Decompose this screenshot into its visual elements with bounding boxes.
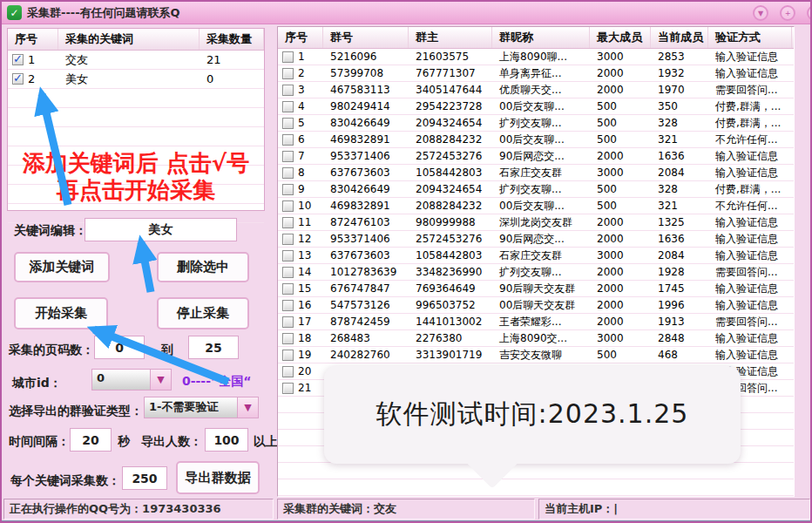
titlebar[interactable]: ✓ 采集群----有任何问题请联系Q ▼ ＋ ● (2, 2, 810, 24)
app-window: ✓ 采集群----有任何问题请联系Q ▼ ＋ ● 序号采集的关键词采集数量 1交… (0, 0, 812, 523)
group-row[interactable]: 192402827603313901719吉安交友微聊500468输入验证信息 (278, 347, 794, 363)
row-checkbox[interactable] (282, 85, 294, 96)
group-owner-cell: 2088284232 (409, 200, 492, 212)
group-owner-cell: 980999988 (409, 216, 492, 228)
current-members-cell: 321 (651, 200, 708, 212)
group-row[interactable]: 98304266492094324654扩列交友聊...500328付费,群满，… (278, 181, 794, 198)
row-checkbox[interactable] (282, 151, 294, 162)
group-row[interactable]: 12953371406257245327690后网恋交...20001636输入… (278, 231, 794, 248)
verify-type-label: 选择导出的群验证类型： (9, 404, 143, 419)
add-keyword-button[interactable]: 添加关键词 (14, 252, 110, 282)
row-checkbox[interactable] (282, 366, 294, 377)
row-checkbox[interactable] (282, 134, 294, 146)
group-row[interactable]: 7953371406257245327690后网恋交...20001636输入验… (278, 148, 794, 165)
verify-method-cell: 需要回答问... (708, 265, 792, 280)
export-people-input[interactable] (205, 428, 248, 452)
group-id-cell: 1012783639 (323, 266, 409, 278)
verify-method-cell: 输入验证信息 (708, 66, 792, 81)
row-checkbox[interactable] (282, 68, 294, 79)
max-members-cell: 500 (590, 100, 651, 112)
verify-method-cell: 输入验证信息 (708, 282, 792, 296)
keyword-header-cell: 序号 (8, 29, 58, 50)
max-members-cell: 2000 (590, 216, 651, 228)
start-collect-button[interactable]: 开始采集 (14, 297, 108, 329)
verify-type-combobox[interactable]: 1-不需要验证 ▼ (144, 397, 259, 418)
close-icon[interactable]: ● (807, 5, 812, 21)
menu-down-icon[interactable]: ▼ (753, 5, 768, 21)
row-checkbox[interactable] (282, 234, 294, 245)
row-checkbox[interactable] (282, 267, 294, 278)
group-row[interactable]: 58304266492094324654扩列交友聊...500328付费,群满，… (278, 115, 794, 132)
minimize-icon[interactable]: ＋ (780, 5, 795, 21)
group-row[interactable]: 86376736031058442803石家庄交友群30002084输入验证信息 (278, 165, 794, 181)
keyword-edit-input[interactable] (85, 218, 237, 241)
group-row-num-cell: 4 (278, 100, 323, 112)
arrow-to-keyword-input (141, 242, 151, 292)
group-row[interactable]: 136376736031058442803石家庄交友群30002084输入验证信… (278, 248, 794, 264)
stop-collect-button[interactable]: 停止采集 (157, 297, 249, 329)
verify-method-cell: 付费,群满，... (708, 116, 792, 131)
row-checkbox[interactable] (282, 51, 294, 63)
keyword-row[interactable]: 2美女0 (8, 70, 264, 89)
group-row[interactable]: 1567674784776936464990后聊天交友群20001745输入验证… (278, 281, 794, 297)
row-checkbox[interactable] (282, 167, 294, 179)
group-row-num-cell: 5 (278, 117, 323, 129)
group-row[interactable]: 178787424591441013002王者荣耀彩...20001913需要回… (278, 314, 794, 330)
group-row[interactable]: 11872476103980999988深圳龙岗交友群20001325输入验证信… (278, 214, 794, 231)
export-people-label: 导出人数： (141, 434, 202, 450)
chevron-down-icon[interactable]: ▼ (237, 397, 258, 418)
page-to-input[interactable] (188, 336, 239, 359)
group-row[interactable]: 4980249414295422372800后交友聊...500350付费,群满… (278, 98, 794, 115)
group-row[interactable]: 1654757312699650375200后聊天交友群20001996输入验证… (278, 297, 794, 314)
row-checkbox[interactable] (282, 200, 294, 212)
test-date-text: 软件测试时间:2023.1.25 (324, 366, 741, 462)
group-row-num-cell: 20 (278, 365, 323, 377)
max-members-cell: 3000 (590, 51, 651, 63)
row-checkbox[interactable] (282, 350, 294, 361)
row-checkbox[interactable] (12, 54, 24, 65)
row-checkbox[interactable] (282, 184, 294, 195)
export-groups-button[interactable]: 导出群数据 (176, 461, 260, 494)
keyword-cell: 交友 (58, 52, 200, 68)
row-checkbox[interactable] (12, 73, 24, 85)
page-from-input[interactable] (94, 336, 145, 359)
chevron-down-icon[interactable]: ▼ (150, 370, 171, 390)
row-checkbox[interactable] (282, 250, 294, 262)
group-id-cell: 240282760 (323, 349, 409, 361)
group-row[interactable]: 182684832276380上海8090交...30002848输入验证信息 (278, 330, 794, 347)
row-checkbox[interactable] (282, 383, 294, 394)
group-row[interactable]: 257399708767771307单身离异征...20001932输入验证信息 (278, 65, 794, 82)
current-members-cell: 328 (651, 183, 708, 195)
keyword-header-cell: 采集数量 (200, 29, 264, 50)
interval-input[interactable] (70, 428, 112, 452)
max-members-cell: 2000 (590, 299, 651, 311)
group-row[interactable]: 34675831133405147644优质聊天交...20001970需要回答… (278, 82, 794, 98)
group-owner-cell: 2572453276 (409, 233, 492, 245)
verify-method-cell: 输入验证信息 (708, 331, 792, 346)
row-checkbox[interactable] (282, 283, 294, 295)
status-host-ip: 当前主机IP：| (538, 499, 810, 520)
group-owner-cell: 2572453276 (409, 150, 492, 162)
group-row-num-cell: 3 (278, 84, 323, 96)
row-checkbox[interactable] (282, 300, 294, 311)
group-row[interactable]: 10469832891208828423200后交友聊...500321不允许任… (278, 198, 794, 214)
row-checkbox[interactable] (282, 101, 294, 112)
group-id-cell: 268483 (323, 332, 409, 344)
city-id-combobox[interactable]: 0 ▼ (91, 369, 172, 391)
count-cell: 21 (200, 53, 264, 66)
group-row[interactable]: 1410127836393348236990扩列交友聊...20001928需要… (278, 264, 794, 281)
group-row[interactable]: 1521609621603575上海8090聊...30002853输入验证信息 (278, 49, 794, 65)
group-nickname-cell: 石家庄交友群 (492, 248, 590, 263)
row-checkbox[interactable] (282, 118, 294, 129)
row-checkbox[interactable] (282, 333, 294, 344)
keyword-row[interactable]: 1交友21 (8, 51, 264, 70)
row-checkbox[interactable] (282, 316, 294, 328)
delete-selected-button[interactable]: 删除选中 (157, 252, 249, 282)
current-members-cell: 321 (651, 133, 708, 146)
max-members-cell: 2000 (590, 233, 651, 245)
per-keyword-input[interactable] (122, 466, 167, 490)
group-row[interactable]: 6469832891208828423200后交友聊...500321不允许任何… (278, 132, 794, 148)
group-nickname-cell: 90后网恋交... (492, 232, 590, 247)
group-nickname-cell: 上海8090聊... (492, 50, 590, 65)
row-checkbox[interactable] (282, 217, 294, 228)
